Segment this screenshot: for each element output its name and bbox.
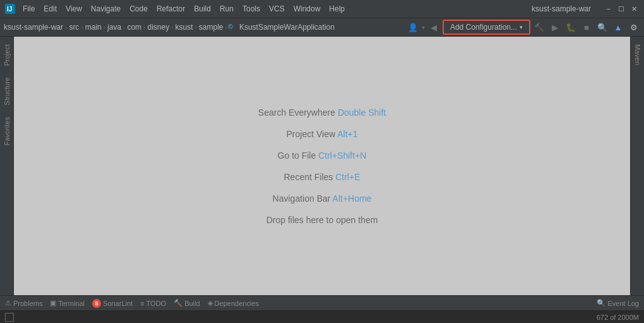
status-bar: ⚠ Problems ▣ Terminal S SonarLint ≡ TODO… [0,295,644,310]
status-right: 🔍 Event Log [597,299,639,307]
breadcrumb-sample[interactable]: sample [198,23,225,32]
class-icon: © [228,23,237,32]
status-todo[interactable]: ≡ TODO [140,300,166,307]
hint-project: Project View Alt+1 [287,129,358,139]
menu-navigate[interactable]: Navigate [87,3,124,15]
hint-goto-shortcut: Ctrl+Shift+N [318,150,366,161]
build-label: Build [184,300,200,307]
status-terminal[interactable]: ▣ Terminal [50,299,85,307]
maximize-button[interactable]: ☐ [616,4,626,14]
event-log-label: Event Log [607,300,639,307]
sonarlint-label: SonarLint [103,300,133,307]
stop-icon-button[interactable]: ■ [579,20,594,35]
status-sonarlint[interactable]: S SonarLint [92,299,133,308]
right-tab-maven[interactable]: Maven [633,39,643,70]
main-area: Project Structure Favorites Search Every… [0,37,644,295]
hint-search-text: Search Everywhere [258,107,335,118]
menu-edit[interactable]: Edit [40,3,61,15]
user-icon-button[interactable]: 👤 [405,20,420,35]
breadcrumb-src[interactable]: src [68,23,80,32]
hint-navbar-text: Navigation Bar [273,193,331,204]
event-log[interactable]: 🔍 Event Log [597,299,639,307]
menu-view[interactable]: View [62,3,86,15]
hint-project-shortcut: Alt+1 [337,129,357,139]
problems-label: Problems [13,300,42,307]
breadcrumb-main[interactable]: main [84,23,103,32]
breadcrumb-sep-5: › [171,24,173,31]
build-icon-button[interactable]: 🔨 [532,20,547,35]
dropdown-arrow-icon: ▾ [520,24,523,30]
breadcrumb-com[interactable]: com [126,23,143,32]
breadcrumb: ksust-sample-war › src › main › java › c… [3,23,404,32]
sidebar-tab-structure[interactable]: Structure [2,72,12,111]
run-icon-button[interactable]: ▶ [547,20,563,35]
bottom-checkbox[interactable] [5,313,14,322]
breadcrumb-ksust[interactable]: ksust [174,23,194,32]
menu-window[interactable]: Window [290,3,325,15]
hint-goto-text: Go to File [278,150,316,161]
menu-code[interactable]: Code [126,3,152,15]
sidebar-tab-favorites[interactable]: Favorites [2,112,12,150]
menu-help[interactable]: Help [325,3,349,15]
hint-navbar: Navigation Bar Alt+Home [273,193,372,204]
terminal-label: Terminal [58,300,85,307]
terminal-icon: ▣ [50,299,56,307]
hint-recent-shortcut: Ctrl+E [335,172,360,182]
dependencies-icon: ◈ [208,299,213,307]
dropdown-icon: ▾ [422,24,425,31]
breadcrumb-sep-6: › [195,24,197,31]
status-dependencies[interactable]: ◈ Dependencies [208,299,259,307]
window-title: ksust-sample-war [519,4,604,13]
todo-label: TODO [146,300,167,307]
breadcrumb-class[interactable]: KsustSampleWarApplication [238,23,336,32]
menu-run[interactable]: Run [216,3,237,15]
breadcrumb-sep-7: › [225,24,227,31]
back-button[interactable]: ◀ [426,20,441,35]
close-button[interactable]: ✕ [629,4,639,14]
hint-goto: Go to File Ctrl+Shift+N [278,150,367,161]
hint-search: Search Everywhere Double Shift [258,107,386,118]
status-problems[interactable]: ⚠ Problems [5,299,42,307]
debug-icon-button[interactable]: 🐛 [563,20,578,35]
nav-bar: ksust-sample-war › src › main › java › c… [0,18,644,37]
hint-drop-text: Drop files here to open them [266,215,378,225]
todo-icon: ≡ [140,300,144,307]
menu-bar: File Edit View Navigate Code Refactor Bu… [19,3,519,15]
window-controls: − ☐ ✕ [604,4,639,14]
breadcrumb-sep-0: › [65,24,67,31]
menu-build[interactable]: Build [190,3,215,15]
breadcrumb-sep-3: › [123,24,125,31]
menu-tools[interactable]: Tools [239,3,264,15]
menu-vcs[interactable]: VCS [265,3,289,15]
breadcrumb-sep-2: › [104,24,105,31]
add-configuration-button[interactable]: Add Configuration... ▾ [443,20,530,35]
right-sidebar: Maven [630,37,644,295]
sonarlint-icon: S [92,299,101,308]
toolbar-icons: 🔨 ▶ 🐛 ■ 🔍 ▲ ⚙ [532,20,641,35]
hint-recent: Recent Files Ctrl+E [284,172,361,182]
breadcrumb-sep-4: › [143,24,145,31]
hint-navbar-shortcut: Alt+Home [333,193,372,204]
hint-drop: Drop files here to open them [266,215,378,225]
menu-refactor[interactable]: Refactor [153,3,189,15]
position-indicator: 672 of 2000M [597,314,639,321]
title-bar: IJ File Edit View Navigate Code Refactor… [0,0,644,18]
sidebar-tab-project[interactable]: Project [2,39,12,71]
add-config-label: Add Configuration... [450,23,517,32]
build-icon: 🔨 [174,299,182,307]
upload-icon-button[interactable]: ▲ [611,20,626,35]
status-build[interactable]: 🔨 Build [174,299,200,307]
minimize-button[interactable]: − [604,4,614,14]
svg-text:IJ: IJ [7,6,12,13]
left-sidebar: Project Structure Favorites [0,37,14,295]
search-icon-button[interactable]: 🔍 [595,20,610,35]
breadcrumb-java[interactable]: java [106,23,122,32]
settings-icon-button[interactable]: ⚙ [626,20,641,35]
breadcrumb-sep-1: › [81,24,83,31]
nav-actions: 👤 ▾ [405,20,425,35]
hint-recent-text: Recent Files [284,172,333,182]
hint-project-text: Project View [287,129,336,139]
breadcrumb-project[interactable]: ksust-sample-war [3,23,64,32]
menu-file[interactable]: File [19,3,39,15]
breadcrumb-disney[interactable]: disney [146,23,170,32]
